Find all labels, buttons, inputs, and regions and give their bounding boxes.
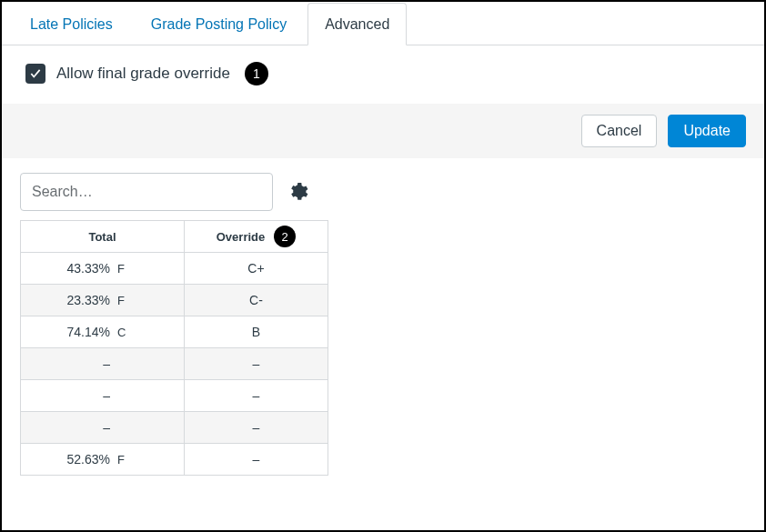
- tab-advanced[interactable]: Advanced: [307, 3, 407, 45]
- callout-1: 1: [245, 62, 268, 85]
- table-row[interactable]: 52.63% F –: [21, 444, 328, 476]
- cancel-button[interactable]: Cancel: [581, 115, 658, 147]
- col-override-label: Override: [217, 230, 265, 244]
- gradebook-settings-button[interactable]: [286, 180, 309, 204]
- table-row[interactable]: – –: [21, 380, 328, 412]
- allow-override-checkbox[interactable]: [25, 64, 45, 84]
- override-cell[interactable]: C+: [185, 253, 328, 285]
- advanced-panel: Allow final grade override 1: [2, 45, 764, 104]
- total-letter: F: [117, 294, 148, 307]
- total-percent: 23.33%: [21, 293, 117, 307]
- override-cell[interactable]: –: [185, 444, 328, 476]
- gear-icon: [287, 181, 308, 203]
- total-letter: F: [117, 262, 148, 276]
- tab-grade-posting-policy[interactable]: Grade Posting Policy: [134, 3, 304, 45]
- col-override[interactable]: Override 2: [185, 221, 328, 253]
- callout-2: 2: [274, 226, 296, 247]
- settings-footer: Cancel Update: [2, 104, 764, 158]
- search-input[interactable]: [20, 173, 273, 211]
- grades-table: Total Override 2 43.33% F C+: [20, 220, 328, 476]
- total-percent: 74.14%: [21, 325, 117, 339]
- gradebook-section: Total Override 2 43.33% F C+: [2, 158, 329, 490]
- total-letter: C: [117, 326, 148, 339]
- check-icon: [29, 67, 42, 80]
- override-cell[interactable]: –: [185, 348, 328, 380]
- col-total-label: Total: [88, 230, 116, 244]
- override-cell[interactable]: –: [185, 380, 328, 412]
- table-row[interactable]: 23.33% F C-: [21, 285, 328, 316]
- table-row[interactable]: 74.14% C B: [21, 316, 328, 348]
- update-button[interactable]: Update: [668, 115, 746, 147]
- override-cell[interactable]: C-: [185, 285, 328, 316]
- tab-late-policies[interactable]: Late Policies: [13, 3, 130, 45]
- total-percent: –: [21, 356, 117, 371]
- override-cell[interactable]: –: [185, 412, 328, 444]
- total-percent: –: [21, 420, 117, 435]
- total-letter: F: [117, 453, 148, 467]
- table-row[interactable]: – –: [21, 348, 328, 380]
- allow-override-label: Allow final grade override: [56, 65, 230, 83]
- settings-tabs: Late Policies Grade Posting Policy Advan…: [2, 2, 764, 45]
- total-percent: –: [21, 388, 117, 403]
- table-row[interactable]: 43.33% F C+: [21, 253, 328, 285]
- col-total[interactable]: Total: [21, 221, 185, 253]
- override-cell[interactable]: B: [185, 316, 328, 348]
- total-percent: 43.33%: [21, 261, 117, 276]
- table-row[interactable]: – –: [21, 412, 328, 444]
- total-percent: 52.63%: [21, 452, 117, 467]
